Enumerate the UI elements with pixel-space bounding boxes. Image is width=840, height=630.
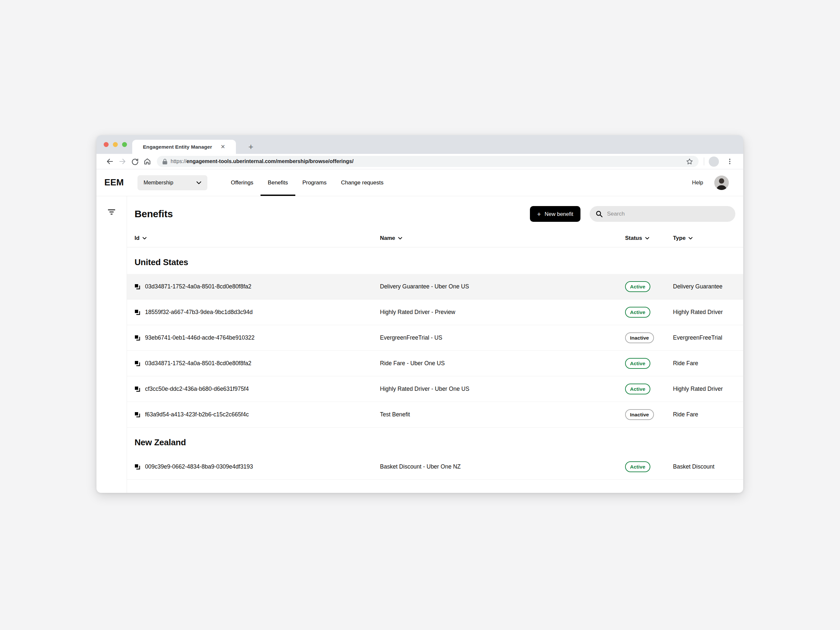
browser-window: Engagement Entity Manager ✕ + [96,135,743,493]
toolbar-divider [704,158,704,165]
benefit-name: Delivery Guarantee - Uber One US [380,283,625,290]
status-badge: Inactive [625,409,654,420]
browser-tab[interactable]: Engagement Entity Manager ✕ [132,140,236,154]
column-header-name[interactable]: Name [380,235,625,242]
status-cell: Active [625,358,673,369]
back-icon[interactable] [104,156,116,167]
table-row[interactable]: 03d34871-1752-4a0a-8501-8cd0e80f8fa2 Rid… [127,351,743,376]
column-header-type[interactable]: Type [673,235,735,242]
id-cell: 18559f32-a667-47b3-9dea-9bc1d8d3c94d [134,309,380,316]
copy-icon[interactable] [134,335,141,341]
benefit-type: Delivery Guarantee [673,283,735,290]
header-actions: + New benefit [530,206,735,222]
tab-change-requests[interactable]: Change requests [334,169,390,196]
benefit-id: 009c39e9-0662-4834-8ba9-0309e4df3193 [145,463,253,470]
benefit-name: Ride Fare - Uber One US [380,360,625,367]
table-row[interactable]: 009c39e9-0662-4834-8ba9-0309e4df3193 Bas… [127,454,743,480]
benefit-id: 03d34871-1752-4a0a-8501-8cd0e80f8fa2 [145,360,251,367]
home-icon[interactable] [141,156,153,167]
table-header: Id Name Status Type [127,229,743,248]
benefit-type: EvergreenFreeTrial [673,334,735,341]
benefit-id: cf3cc50e-ddc2-436a-b680-d6e631f975f4 [145,385,249,392]
padlock-icon [162,158,168,165]
maximize-window-button[interactable] [122,142,127,147]
id-cell: 009c39e9-0662-4834-8ba9-0309e4df3193 [134,463,380,470]
benefit-type: Ride Fare [673,411,735,418]
page-title: Benefits [134,208,173,219]
copy-icon[interactable] [134,412,141,418]
benefit-name: Highly Rated Driver - Uber One US [380,385,625,392]
plus-icon: + [537,211,541,218]
tab-title: Engagement Entity Manager [143,144,212,150]
column-header-status[interactable]: Status [625,235,673,242]
status-badge: Inactive [625,332,654,343]
benefit-name: Test Benefit [380,411,625,418]
status-cell: Active [625,384,673,395]
status-cell: Active [625,307,673,317]
minimize-window-button[interactable] [113,142,118,147]
chevron-down-icon [645,237,649,240]
id-cell: 03d34871-1752-4a0a-8501-8cd0e80f8fa2 [134,283,380,290]
copy-icon[interactable] [134,386,141,392]
primary-tabs: OfferingsBenefitsProgramsChange requests [223,169,390,196]
browser-menu-icon[interactable] [723,156,736,167]
browser-tab-strip: Engagement Entity Manager ✕ + [96,135,743,154]
bookmark-star-icon[interactable] [686,158,693,165]
tab-programs[interactable]: Programs [295,169,334,196]
status-cell: Active [625,281,673,292]
table-row[interactable]: f63a9d54-a413-423f-b2b6-c15c2c665f4c Tes… [127,402,743,428]
search-box[interactable] [590,206,735,222]
copy-icon[interactable] [134,309,141,315]
filter-icon[interactable] [106,206,117,218]
id-cell: 93eb6741-0eb1-446d-acde-4764be910322 [134,334,380,341]
help-link[interactable]: Help [692,180,703,186]
benefit-id: 03d34871-1752-4a0a-8501-8cd0e80f8fa2 [145,283,251,290]
table-row[interactable]: cf3cc50e-ddc2-436a-b680-d6e631f975f4 Hig… [127,376,743,402]
url-text: https://engagement-tools.uberinternal.co… [171,158,686,164]
tab-benefits[interactable]: Benefits [261,169,295,196]
status-badge: Active [625,358,651,369]
benefit-id: 18559f32-a667-47b3-9dea-9bc1d8d3c94d [145,309,253,316]
benefit-id: 93eb6741-0eb1-446d-acde-4764be910322 [145,334,255,341]
app-navbar: EEM Membership OfferingsBenefitsPrograms… [96,169,743,196]
table-row[interactable]: 93eb6741-0eb1-446d-acde-4764be910322 Eve… [127,325,743,351]
tab-offerings[interactable]: Offerings [223,169,261,196]
table-row[interactable]: 18559f32-a667-47b3-9dea-9bc1d8d3c94d Hig… [127,300,743,325]
reload-icon[interactable] [129,156,141,167]
table-body: United States 03d34871-1752-4a0a-8501-8c… [127,248,743,480]
copy-icon[interactable] [134,361,141,366]
app-logo[interactable]: EEM [104,169,124,196]
user-avatar[interactable] [714,175,729,190]
browser-profile-avatar[interactable] [709,156,719,167]
copy-icon[interactable] [134,284,141,290]
status-cell: Inactive [625,332,673,343]
sidebar [96,196,127,493]
benefit-type: Highly Rated Driver [673,385,735,392]
benefit-type: Basket Discount [673,463,735,470]
tab-close-icon[interactable]: ✕ [221,144,225,150]
search-input[interactable] [607,211,729,217]
chevron-down-icon [142,237,147,240]
new-benefit-button[interactable]: + New benefit [530,206,581,222]
chevron-down-icon [196,181,202,185]
status-cell: Active [625,461,673,472]
window-controls [104,135,127,154]
benefit-type: Ride Fare [673,360,735,367]
id-cell: 03d34871-1752-4a0a-8501-8cd0e80f8fa2 [134,360,380,367]
id-cell: cf3cc50e-ddc2-436a-b680-d6e631f975f4 [134,385,380,392]
new-tab-button[interactable]: + [244,140,258,154]
navbar-right: Help [692,169,743,196]
chevron-down-icon [688,237,693,240]
close-window-button[interactable] [104,142,109,147]
status-badge: Active [625,281,651,292]
section-title: United States [127,248,743,274]
copy-icon[interactable] [134,464,141,470]
column-header-id[interactable]: Id [134,235,380,242]
membership-dropdown[interactable]: Membership [137,175,207,190]
table-row[interactable]: 03d34871-1752-4a0a-8501-8cd0e80f8fa2 Del… [127,274,743,300]
address-bar[interactable]: https://engagement-tools.uberinternal.co… [157,156,699,167]
benefit-name: Basket Discount - Uber One NZ [380,463,625,470]
forward-icon[interactable] [116,156,129,167]
browser-toolbar: https://engagement-tools.uberinternal.co… [96,154,743,169]
app-body: Benefits + New benefit [96,196,743,493]
